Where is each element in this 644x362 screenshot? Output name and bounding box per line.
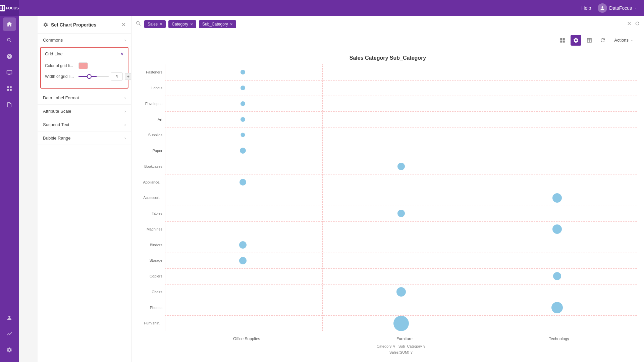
tag-sales[interactable]: Sales × (144, 20, 166, 28)
grid-line-label: Grid Line (45, 51, 63, 56)
y-label-labels: Labels (152, 86, 162, 90)
tag-sub-category[interactable]: Sub_Category × (199, 20, 236, 28)
nav-search-btn[interactable] (3, 34, 16, 47)
bubble-phones-tech[interactable] (551, 302, 563, 313)
grid-line-chevron-icon: ∨ (120, 51, 124, 56)
help-link[interactable]: Help (582, 5, 591, 11)
toolbar-refresh-btn[interactable] (597, 35, 608, 46)
nav-help-btn[interactable] (3, 50, 16, 63)
search-refresh-icon[interactable] (635, 21, 640, 27)
bubble-fasteners-os[interactable] (240, 70, 245, 74)
hgrid-3 (165, 127, 637, 127)
tag-sales-remove-icon[interactable]: × (160, 21, 162, 27)
x-label-furniture: Furniture (396, 337, 413, 341)
svg-rect-0 (0, 6, 2, 8)
bubble-range-label: Bubble Range (43, 136, 70, 141)
color-row: Color of grid li... (45, 62, 124, 69)
vgrid-0 (165, 64, 165, 331)
hgrid-11 (165, 253, 637, 253)
chart-title: Sales Category Sub_Category (131, 48, 644, 64)
svg-rect-2 (0, 8, 2, 10)
bubble-supplies-os[interactable] (241, 133, 245, 137)
x-label-office-supplies: Office Supplies (233, 337, 260, 341)
nav-document-btn[interactable] (3, 98, 16, 111)
user-menu[interactable]: DataFocus (598, 3, 637, 13)
panel-title-container: Set Chart Properties (43, 22, 96, 28)
toolbar-table-btn[interactable] (584, 35, 595, 46)
suspend-text-chevron-icon: › (124, 122, 126, 127)
tag-category[interactable]: Category × (168, 20, 196, 28)
attribute-scale-chevron-icon: › (124, 109, 126, 114)
vgrid-3 (637, 64, 637, 331)
nav-home-btn[interactable] (3, 17, 16, 31)
nav-analytics-btn[interactable] (3, 327, 16, 341)
tag-sub-category-label: Sub_Category (202, 22, 228, 27)
bubble-chairs-fur[interactable] (396, 287, 406, 297)
hgrid-9 (165, 221, 637, 222)
nav-monitor-btn[interactable] (3, 66, 16, 79)
toolbar-pivot-btn[interactable] (557, 35, 568, 46)
hgrid-14 (165, 300, 637, 300)
y-label-machines: Machines (147, 227, 162, 231)
tag-sales-label: Sales (148, 22, 158, 27)
y-label-tables: Tables (152, 211, 162, 215)
width-increment-btn[interactable]: + (125, 73, 131, 80)
vgrid-1 (322, 64, 323, 331)
bubble-furnishings-fur[interactable] (393, 316, 409, 331)
panel-close-btn[interactable]: ✕ (121, 21, 126, 28)
section-attribute-scale[interactable]: Attribute Scale › (38, 105, 131, 118)
data-label-format-label: Data Label Format (43, 95, 79, 100)
tag-category-remove-icon[interactable]: × (190, 21, 193, 27)
y-label-appliance: Appliance... (143, 180, 162, 184)
axis-meta-2: Sales(SUM) ∨ (165, 350, 637, 355)
data-label-format-chevron-icon: › (124, 96, 126, 100)
grid-line-header[interactable]: Grid Line ∨ (41, 48, 128, 60)
app-logo[interactable]: FOCUS (0, 0, 19, 16)
bubble-copiers-tech[interactable] (553, 272, 561, 280)
hgrid-13 (165, 284, 637, 285)
width-label: Width of grid li... (45, 74, 75, 79)
app-name: FOCUS (6, 6, 19, 10)
bubble-binders-os[interactable] (239, 241, 247, 249)
section-data-label-format[interactable]: Data Label Format › (38, 91, 131, 105)
search-clear-icon[interactable] (627, 21, 632, 27)
user-avatar (598, 3, 607, 13)
commons-label: Commons (43, 38, 63, 43)
bubble-paper-os[interactable] (240, 148, 246, 154)
nav-settings-btn[interactable] (3, 343, 16, 357)
hgrid-0 (165, 80, 637, 81)
section-suspend-text[interactable]: Suspend Text › (38, 118, 131, 132)
search-icon[interactable] (136, 20, 142, 28)
bubble-labels-os[interactable] (240, 86, 245, 90)
bubble-accessories-tech[interactable] (552, 193, 562, 203)
bubble-appliance-os[interactable] (239, 179, 246, 186)
y-label-chairs: Chairs (152, 290, 162, 294)
hgrid-6 (165, 174, 637, 174)
suspend-text-label: Suspend Text (43, 122, 69, 127)
section-commons[interactable]: Commons › (38, 34, 131, 47)
width-slider[interactable] (78, 76, 109, 77)
chart-content: Sales Category Sub_Category Fasteners La… (131, 48, 644, 362)
bubble-envelopes-os[interactable] (240, 101, 245, 106)
main-area: Set Chart Properties ✕ Commons › Grid Li… (38, 16, 644, 362)
nav-person-btn[interactable] (3, 311, 16, 324)
y-label-binders: Binders (150, 243, 162, 247)
svg-rect-3 (3, 8, 4, 10)
color-swatch[interactable] (78, 62, 88, 69)
bubble-bookcases-fur[interactable] (397, 163, 405, 170)
toolbar-settings-btn[interactable] (571, 35, 581, 46)
hgrid-2 (165, 111, 637, 112)
bubble-storage-os[interactable] (239, 257, 247, 264)
y-label-storage: Storage (149, 258, 162, 262)
tag-sub-category-remove-icon[interactable]: × (230, 21, 233, 27)
width-number-input[interactable] (111, 72, 123, 81)
bubble-machines-tech[interactable] (552, 224, 562, 234)
actions-btn[interactable]: Actions (611, 36, 637, 45)
y-label-envelopes: Envelopes (145, 102, 162, 106)
chart-toolbar: Actions (131, 32, 644, 48)
bubble-art-os[interactable] (240, 117, 245, 122)
section-bubble-range[interactable]: Bubble Range › (38, 132, 131, 145)
logo-icon (0, 5, 5, 11)
bubble-tables-fur[interactable] (397, 210, 405, 217)
nav-grid-btn[interactable] (3, 82, 16, 95)
